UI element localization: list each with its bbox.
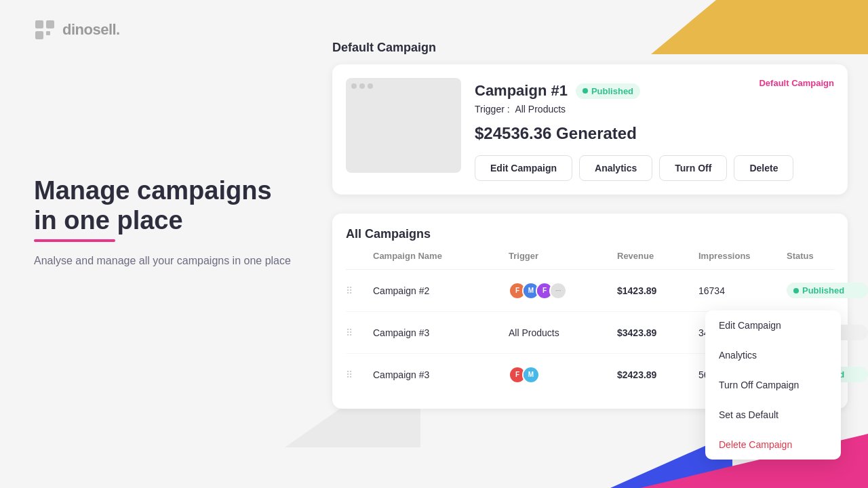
avatar-3b: M — [522, 366, 540, 384]
row-trigger-3: F M — [509, 366, 617, 384]
row-impressions-1: 16734 — [698, 285, 787, 296]
row-trigger-1: F M F ··· — [509, 282, 617, 300]
drag-handle-3[interactable]: ⠿ — [346, 369, 373, 380]
campaign-thumbnail — [346, 78, 461, 173]
thumbnail-dots — [351, 83, 373, 89]
row-revenue-1: $1423.89 — [617, 285, 698, 296]
avatar-group-3: F M — [509, 366, 617, 384]
th-name: Campaign Name — [373, 251, 509, 261]
campaign-info: Campaign #1 Published Trigger : All Prod… — [475, 78, 834, 181]
logo-text: dinosell. — [62, 21, 120, 39]
dropdown-set-default[interactable]: Set as Default — [705, 400, 841, 430]
hero-subtitle: Analyse and manage all your campaigns in… — [34, 253, 292, 269]
drag-handle-2[interactable]: ⠿ — [346, 327, 373, 338]
thumb-dot-1 — [351, 83, 357, 89]
default-campaign-label: Default Campaign — [759, 78, 834, 88]
row-revenue-3: $2423.89 — [617, 369, 698, 380]
all-campaigns-table: All Campaigns Campaign Name Trigger Reve… — [332, 214, 848, 409]
turn-off-button[interactable]: Turn Off — [659, 155, 727, 181]
th-status: Status — [787, 251, 868, 261]
hero-section: Manage campaigns in one place Analyse an… — [34, 176, 292, 269]
status-badge-1: Published — [787, 283, 868, 298]
table-header: Campaign Name Trigger Revenue Impression… — [346, 251, 834, 270]
drag-handle[interactable]: ⠿ — [346, 285, 373, 296]
svg-rect-2 — [35, 31, 43, 39]
main-panel: Default Campaign Campaign #1 Published T… — [332, 41, 848, 409]
row-status-1: Published — [787, 283, 868, 298]
th-trigger: Trigger — [509, 251, 617, 261]
delete-button[interactable]: Delete — [734, 155, 793, 181]
avatar-more: ··· — [549, 282, 567, 300]
svg-rect-0 — [35, 20, 43, 28]
status-dot — [583, 88, 588, 94]
dropdown-analytics[interactable]: Analytics — [705, 340, 841, 370]
hero-underline — [34, 239, 115, 242]
hero-title: Manage campaigns in one place — [34, 176, 292, 235]
svg-rect-1 — [46, 20, 54, 28]
avatar-group: F M F ··· — [509, 282, 617, 300]
table-row: ⠿ Campaign #2 F M F ··· $1423.89 16734 P… — [346, 270, 834, 312]
logo: dinosell. — [34, 19, 120, 41]
th-drag — [346, 251, 373, 261]
edit-campaign-button[interactable]: Edit Campaign — [475, 155, 572, 181]
thumb-dot-3 — [368, 83, 373, 89]
th-revenue: Revenue — [617, 251, 698, 261]
row-name-3: Campaign #3 — [373, 369, 509, 380]
campaign-actions: Edit Campaign Analytics Turn Off Delete — [475, 155, 834, 181]
status-badge-published: Published — [576, 83, 640, 99]
default-campaign-title: Default Campaign — [332, 41, 848, 55]
campaign-revenue: $24536.36 Generated — [475, 124, 834, 143]
campaign-name: Campaign #1 — [475, 82, 568, 100]
row-name-2: Campaign #3 — [373, 327, 509, 338]
logo-icon — [34, 19, 56, 41]
dropdown-turn-off-campaign[interactable]: Turn Off Campaign — [705, 370, 841, 400]
row-revenue-2: $3423.89 — [617, 327, 698, 338]
row-trigger-2: All Products — [509, 327, 617, 338]
default-campaign-card: Campaign #1 Published Trigger : All Prod… — [332, 64, 848, 195]
thumb-dot-2 — [359, 83, 365, 89]
th-impressions: Impressions — [698, 251, 787, 261]
svg-rect-3 — [46, 31, 50, 35]
analytics-button[interactable]: Analytics — [579, 155, 652, 181]
dropdown-edit-campaign[interactable]: Edit Campaign — [705, 310, 841, 340]
dropdown-delete-campaign[interactable]: Delete Campaign — [705, 430, 841, 460]
campaign-trigger: Trigger : All Products — [475, 104, 834, 115]
row-name-1: Campaign #2 — [373, 285, 509, 296]
dropdown-menu: Edit Campaign Analytics Turn Off Campaig… — [705, 310, 841, 460]
all-campaigns-title: All Campaigns — [346, 227, 834, 241]
status-dot-1 — [793, 288, 799, 293]
